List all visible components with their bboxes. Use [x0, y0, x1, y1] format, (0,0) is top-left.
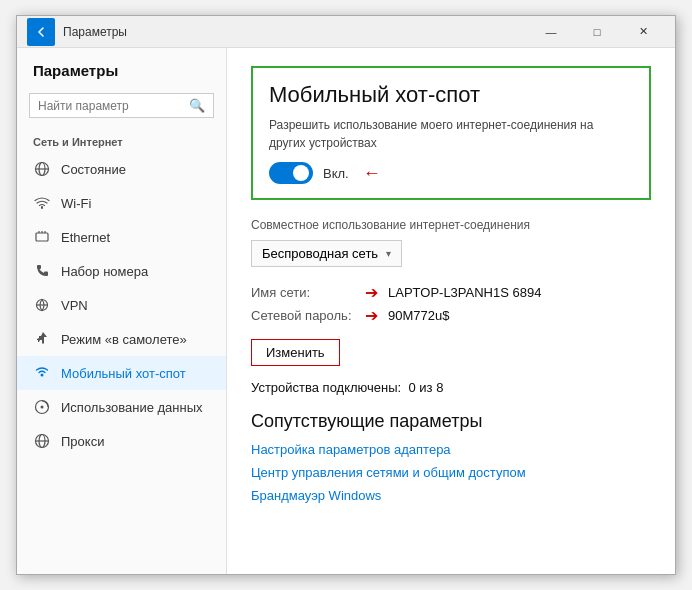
link-firewall[interactable]: Брандмауэр Windows [251, 488, 651, 503]
hotspot-toggle[interactable] [269, 162, 313, 184]
hotspot-icon [33, 364, 51, 382]
sidebar-item-status-label: Состояние [61, 162, 126, 177]
phone-icon [33, 262, 51, 280]
sidebar-item-ethernet-label: Ethernet [61, 230, 110, 245]
sidebar-item-vpn[interactable]: VPN [17, 288, 226, 322]
sidebar-item-wifi-label: Wi-Fi [61, 196, 91, 211]
svg-point-11 [41, 406, 44, 409]
sharing-section-label: Совместное использование интернет-соедин… [251, 218, 651, 232]
related-title: Сопутствующие параметры [251, 411, 651, 432]
sidebar-item-proxy-label: Прокси [61, 434, 104, 449]
sidebar-item-data-label: Использование данных [61, 400, 203, 415]
globe-icon [33, 160, 51, 178]
search-icon: 🔍 [189, 98, 205, 113]
content-area: Параметры 🔍 Сеть и Интернет Состояние [17, 48, 675, 574]
hotspot-settings-box: Мобильный хот-спот Разрешить использован… [251, 66, 651, 200]
network-name-arrow: ➔ [365, 283, 378, 302]
devices-label: Устройства подключены: [251, 380, 401, 395]
sidebar-item-wifi[interactable]: Wi-Fi [17, 186, 226, 220]
password-row: Сетевой пароль: ➔ 90M772u$ [251, 306, 651, 325]
back-button[interactable] [27, 18, 55, 46]
ethernet-icon [33, 228, 51, 246]
sidebar-item-airplane-label: Режим «в самолете» [61, 332, 187, 347]
sidebar-item-status[interactable]: Состояние [17, 152, 226, 186]
sidebar-item-dialup[interactable]: Набор номера [17, 254, 226, 288]
password-arrow: ➔ [365, 306, 378, 325]
proxy-icon [33, 432, 51, 450]
sidebar-item-airplane[interactable]: Режим «в самолете» [17, 322, 226, 356]
sidebar-item-hotspot[interactable]: Мобильный хот-спот [17, 356, 226, 390]
sidebar-item-dialup-label: Набор номера [61, 264, 148, 279]
maximize-button[interactable]: □ [575, 16, 619, 48]
minimize-button[interactable]: — [529, 16, 573, 48]
chevron-down-icon: ▾ [386, 248, 391, 259]
sidebar-item-ethernet[interactable]: Ethernet [17, 220, 226, 254]
window: Параметры — □ ✕ Параметры 🔍 Сеть и Интер… [16, 15, 676, 575]
devices-value: 0 из 8 [408, 380, 443, 395]
search-container[interactable]: 🔍 [29, 93, 214, 118]
window-title: Параметры [63, 25, 529, 39]
sidebar-item-proxy[interactable]: Прокси [17, 424, 226, 458]
section-label: Сеть и Интернет [17, 128, 226, 152]
change-button[interactable]: Изменить [251, 339, 340, 366]
sidebar-item-data[interactable]: Использование данных [17, 390, 226, 424]
window-controls: — □ ✕ [529, 16, 665, 48]
airplane-icon [33, 330, 51, 348]
svg-point-9 [41, 374, 44, 377]
network-name-row: Имя сети: ➔ LAPTOP-L3PANH1S 6894 [251, 283, 651, 302]
toggle-arrow-annotation: ← [363, 163, 381, 184]
svg-rect-3 [36, 233, 48, 241]
password-label: Сетевой пароль: [251, 308, 361, 323]
close-button[interactable]: ✕ [621, 16, 665, 48]
network-name-label: Имя сети: [251, 285, 361, 300]
sharing-dropdown-row: Беспроводная сеть ▾ [251, 240, 651, 267]
titlebar: Параметры — □ ✕ [17, 16, 675, 48]
hotspot-description: Разрешить использование моего интернет-с… [269, 116, 633, 152]
toggle-label: Вкл. [323, 166, 349, 181]
search-input[interactable] [38, 99, 189, 113]
toggle-thumb [293, 165, 309, 181]
link-adapter-settings[interactable]: Настройка параметров адаптера [251, 442, 651, 457]
toggle-row: Вкл. ← [269, 162, 633, 184]
hotspot-title: Мобильный хот-спот [269, 82, 633, 108]
network-name-value: LAPTOP-L3PANH1S 6894 [388, 285, 541, 300]
main-panel: Мобильный хот-спот Разрешить использован… [227, 48, 675, 574]
sharing-dropdown-value: Беспроводная сеть [262, 246, 378, 261]
wifi-icon [33, 194, 51, 212]
sidebar-item-vpn-label: VPN [61, 298, 88, 313]
devices-row: Устройства подключены: 0 из 8 [251, 380, 651, 395]
data-icon [33, 398, 51, 416]
sidebar: Параметры 🔍 Сеть и Интернет Состояние [17, 48, 227, 574]
sharing-dropdown[interactable]: Беспроводная сеть ▾ [251, 240, 402, 267]
password-value: 90M772u$ [388, 308, 449, 323]
vpn-icon [33, 296, 51, 314]
link-network-center[interactable]: Центр управления сетями и общим доступом [251, 465, 651, 480]
sidebar-title: Параметры [17, 48, 226, 87]
sidebar-item-hotspot-label: Мобильный хот-спот [61, 366, 186, 381]
